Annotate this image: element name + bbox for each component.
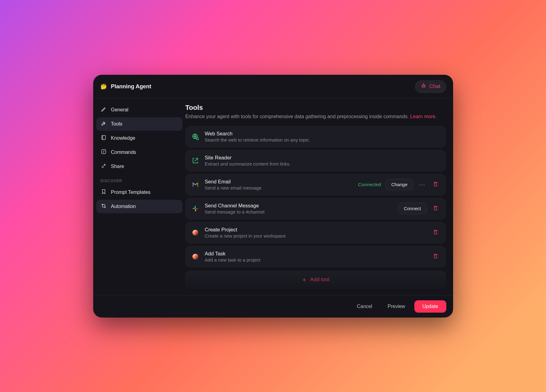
svg-rect-19 [196,208,198,209]
slash-icon [101,149,107,156]
titlebar: 🤔 Planning Agent Chat [93,75,453,98]
sidebar-item-label: Knowledge [111,135,135,141]
delete-button[interactable] [431,180,440,189]
trash-icon [432,207,439,212]
sidebar-item-prompt-templates[interactable]: Prompt Templates [96,186,182,199]
sidebar-item-knowledge[interactable]: Knowledge [96,131,182,145]
tool-title: Add Task [205,251,426,257]
automation-icon [101,203,107,210]
agent-name: Planning Agent [111,83,151,90]
book-icon [101,134,107,142]
sidebar-item-general[interactable]: General [96,103,182,117]
tool-title: Send Channel Message [205,203,393,209]
share-icon [101,163,107,170]
trash-icon [432,183,439,188]
more-button[interactable]: ⋯ [418,180,427,190]
agent-avatar: 🤔 [100,83,107,90]
sidebar-item-commands[interactable]: Commands [96,146,182,159]
sidebar-item-label: Prompt Templates [111,190,151,195]
update-button[interactable]: Update [414,300,446,313]
tool-title: Web Search [205,131,440,137]
app-icon [191,229,199,237]
tool-title: Site Reader [205,155,440,161]
sidebar-item-label: Tools [111,121,122,127]
tool-subtitle: Search the web to retrieve information o… [205,137,440,142]
svg-rect-14 [193,182,193,186]
tool-subtitle: Add a new task to a project [205,257,426,262]
svg-rect-5 [102,135,106,139]
slack-icon [191,205,199,213]
page-description-text: Enhance your agent with tools for compre… [185,114,410,119]
sidebar-item-tools[interactable]: Tools [96,117,182,131]
svg-rect-17 [193,208,195,209]
cancel-button[interactable]: Cancel [351,300,378,313]
wrench-icon [101,120,107,128]
svg-rect-16 [195,206,196,208]
bookmark-icon [101,189,107,196]
change-button[interactable]: Change [385,179,413,190]
add-tool-label: Add tool [310,277,329,283]
tool-subtitle: Create a new project in your workspace [205,233,426,238]
tools-list: Web Search Search the web to retrieve in… [185,126,446,295]
svg-point-2 [424,86,424,86]
settings-window: 🤔 Planning Agent Chat General [93,75,453,318]
body: General Tools Knowledge Commands Share D… [93,98,453,295]
pencil-icon [101,106,107,114]
svg-line-8 [103,150,104,153]
tool-create-project[interactable]: Create Project Create a new project in y… [185,222,446,243]
svg-line-13 [198,139,198,140]
tool-web-search[interactable]: Web Search Search the web to retrieve in… [185,126,446,147]
add-tool-button[interactable]: ＋ Add tool [185,271,446,289]
tool-add-task[interactable]: Add Task Add a new task to a project [185,246,446,267]
plus-icon: ＋ [301,276,307,283]
sidebar-item-label: General [111,107,129,113]
tool-subtitle: Extract and summarize content from links… [205,161,440,166]
main-panel: Tools Enhance your agent with tools for … [185,98,453,295]
title-left: 🤔 Planning Agent [100,83,151,90]
svg-rect-15 [197,182,198,186]
trash-icon [432,255,439,260]
tool-send-channel-message[interactable]: Send Channel Message Send message to a #… [185,198,446,219]
status-connected: Connected [358,182,381,187]
sidebar-item-automation[interactable]: Automation [96,200,182,213]
page-description: Enhance your agent with tools for compre… [185,113,446,120]
page-title: Tools [185,104,446,112]
globe-search-icon [191,133,199,141]
tool-subtitle: Send a new email message [205,185,353,190]
sidebar-item-label: Share [111,164,124,169]
tool-site-reader[interactable]: Site Reader Extract and summarize conten… [185,150,446,171]
delete-button[interactable] [431,252,440,261]
chat-button[interactable]: Chat [415,80,446,93]
sidebar: General Tools Knowledge Commands Share D… [93,98,185,295]
delete-button[interactable] [431,228,440,237]
svg-rect-18 [195,209,196,211]
svg-point-9 [102,204,103,205]
connect-button[interactable]: Connect [398,203,427,214]
trash-icon [432,231,439,236]
tool-title: Create Project [205,227,426,233]
discover-section-label: DISCOVER [96,174,182,185]
preview-button[interactable]: Preview [381,300,411,313]
learn-more-link[interactable]: Learn more. [410,114,437,119]
svg-point-4 [423,83,424,84]
more-icon: ⋯ [419,181,426,188]
tool-send-email[interactable]: Send Email Send a new email message Conn… [185,174,446,195]
svg-point-10 [104,206,105,207]
sidebar-item-label: Automation [111,204,136,209]
chat-button-label: Chat [429,83,440,90]
gmail-icon [191,181,199,189]
sidebar-item-label: Commands [111,150,136,155]
svg-point-1 [422,86,423,86]
external-link-icon [191,157,199,165]
tool-subtitle: Send message to a #channel [205,209,393,214]
footer: Cancel Preview Update [93,295,453,318]
tool-title: Send Email [205,179,353,185]
sidebar-item-share[interactable]: Share [96,160,182,173]
app-icon [191,253,199,261]
robot-icon [421,83,426,90]
delete-button[interactable] [431,204,440,213]
